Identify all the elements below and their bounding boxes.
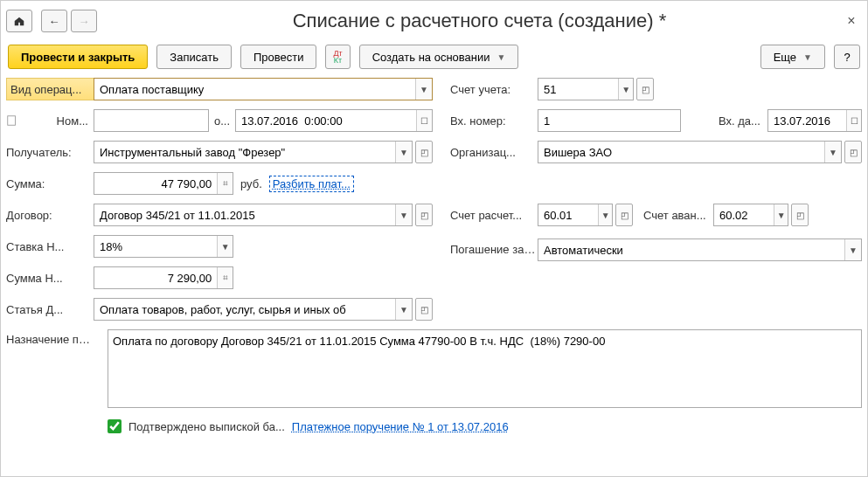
confirmed-checkbox[interactable] xyxy=(108,419,122,433)
date-input[interactable] xyxy=(236,110,416,131)
forward-button: → xyxy=(71,10,97,32)
dropdown-icon[interactable]: ▼ xyxy=(217,236,233,257)
from-label: о... xyxy=(209,114,235,128)
open-ref-button[interactable]: ◰ xyxy=(844,141,862,163)
recipient-label: Получатель: xyxy=(6,146,94,159)
dtkt-button[interactable]: ДтКт xyxy=(325,45,350,69)
number-field[interactable] xyxy=(94,109,209,132)
repay-label: Погашение задолженно... xyxy=(450,244,538,256)
acct-settle-label: Счет расчет... xyxy=(450,209,538,222)
org-input[interactable] xyxy=(538,142,824,162)
inc-date-input[interactable] xyxy=(768,110,846,131)
org-label: Организац... xyxy=(450,146,538,159)
close-button[interactable]: × xyxy=(841,13,862,29)
inc-num-label: Вх. номер: xyxy=(450,114,538,128)
inc-num-input[interactable] xyxy=(538,110,680,131)
calc-icon[interactable]: ⌗ xyxy=(217,173,233,194)
home-button[interactable] xyxy=(6,10,32,32)
repay-field[interactable]: ▼ xyxy=(538,238,862,261)
open-ref-button[interactable]: ◰ xyxy=(415,298,433,321)
vat-sum-field[interactable]: ⌗ xyxy=(94,266,233,289)
inc-date-label: Вх. да... xyxy=(719,114,767,128)
dropdown-icon[interactable]: ▼ xyxy=(395,299,412,320)
dropdown-icon[interactable]: ▼ xyxy=(415,79,432,100)
vat-sum-label: Сумма Н... xyxy=(6,272,94,285)
purpose-label: Назначение платежа: xyxy=(6,329,94,347)
acct-settle-input[interactable] xyxy=(538,204,598,225)
post-button[interactable]: Провести xyxy=(240,45,317,69)
number-label: Ном... xyxy=(27,114,94,128)
svg-rect-0 xyxy=(8,116,16,126)
dropdown-icon[interactable]: ▼ xyxy=(395,142,412,162)
chevron-down-icon: ▼ xyxy=(803,52,812,62)
cash-item-input[interactable] xyxy=(94,299,395,320)
vat-rate-input[interactable] xyxy=(94,236,217,257)
open-ref-button[interactable]: ◰ xyxy=(791,204,809,226)
split-payment-link[interactable]: Разбить плат... xyxy=(269,176,354,192)
acct-adv-input[interactable] xyxy=(714,204,774,225)
date-field[interactable]: ☐ xyxy=(235,109,433,132)
dropdown-icon[interactable]: ▼ xyxy=(618,79,633,100)
open-ref-button[interactable]: ◰ xyxy=(415,204,433,226)
window-title: Списание с расчетного счета (создание) * xyxy=(101,10,841,32)
dropdown-icon[interactable]: ▼ xyxy=(774,204,788,225)
acct-adv-label: Счет аван... xyxy=(643,209,713,222)
number-input[interactable] xyxy=(94,110,208,131)
inc-date-field[interactable]: ☐ xyxy=(767,109,862,132)
dtkt-icon: ДтКт xyxy=(333,50,342,64)
home-icon xyxy=(13,15,25,27)
inc-num-field[interactable] xyxy=(538,109,681,132)
create-based-label: Создать на основании xyxy=(372,51,490,64)
calc-icon[interactable]: ⌗ xyxy=(217,267,233,288)
confirmed-label: Подтверждено выпиской ба... xyxy=(128,420,285,433)
open-ref-button[interactable]: ◰ xyxy=(615,204,633,226)
sum-field[interactable]: ⌗ xyxy=(94,172,233,195)
more-button[interactable]: Еще ▼ xyxy=(760,45,825,69)
vat-sum-input[interactable] xyxy=(94,267,217,288)
payment-order-link[interactable]: Платежное поручение № 1 от 13.07.2016 xyxy=(292,420,509,433)
dropdown-icon[interactable]: ▼ xyxy=(395,204,412,225)
vat-rate-label: Ставка Н... xyxy=(6,240,94,253)
op-type-label: Вид операц... xyxy=(6,78,94,100)
chevron-down-icon: ▼ xyxy=(497,52,506,62)
close-icon: × xyxy=(847,13,855,28)
create-based-button[interactable]: Создать на основании ▼ xyxy=(359,45,519,69)
back-button[interactable]: ← xyxy=(41,10,67,32)
org-field[interactable]: ▼ xyxy=(538,141,842,163)
op-type-input[interactable] xyxy=(94,79,415,100)
recipient-field[interactable]: ▼ xyxy=(94,141,413,163)
repay-input[interactable] xyxy=(538,239,844,260)
vat-rate-field[interactable]: ▼ xyxy=(94,235,233,258)
arrow-left-icon: ← xyxy=(49,15,60,28)
open-ref-button[interactable]: ◰ xyxy=(636,78,654,100)
dropdown-icon[interactable]: ▼ xyxy=(824,142,841,162)
rub-label: руб. xyxy=(233,177,269,190)
purpose-textarea[interactable] xyxy=(108,329,862,408)
recipient-input[interactable] xyxy=(94,142,395,162)
account-input[interactable] xyxy=(538,79,618,100)
print-icon-slot xyxy=(6,114,27,127)
sum-input[interactable] xyxy=(94,173,217,194)
op-type-field[interactable]: ▼ xyxy=(94,78,433,100)
sum-label: Сумма: xyxy=(6,177,94,190)
post-and-close-button[interactable]: Провести и закрыть xyxy=(8,45,148,69)
cash-item-field[interactable]: ▼ xyxy=(94,298,413,321)
acct-settle-field[interactable]: ▼ xyxy=(538,204,613,226)
account-field[interactable]: ▼ xyxy=(538,78,634,100)
calendar-icon[interactable]: ☐ xyxy=(846,110,861,131)
account-label: Счет учета: xyxy=(450,83,538,96)
more-label: Еще xyxy=(774,51,796,64)
acct-adv-field[interactable]: ▼ xyxy=(713,204,788,226)
cash-item-label: Статья Д... xyxy=(6,303,94,316)
document-icon xyxy=(6,114,18,127)
open-ref-button[interactable]: ◰ xyxy=(415,141,433,163)
contract-label: Договор: xyxy=(6,209,94,222)
contract-input[interactable] xyxy=(94,204,395,225)
contract-field[interactable]: ▼ xyxy=(94,204,413,226)
dropdown-icon[interactable]: ▼ xyxy=(844,239,861,260)
arrow-right-icon: → xyxy=(79,15,90,28)
dropdown-icon[interactable]: ▼ xyxy=(598,204,612,225)
save-button[interactable]: Записать xyxy=(156,45,232,69)
help-button[interactable]: ? xyxy=(834,45,860,69)
calendar-icon[interactable]: ☐ xyxy=(416,110,432,131)
